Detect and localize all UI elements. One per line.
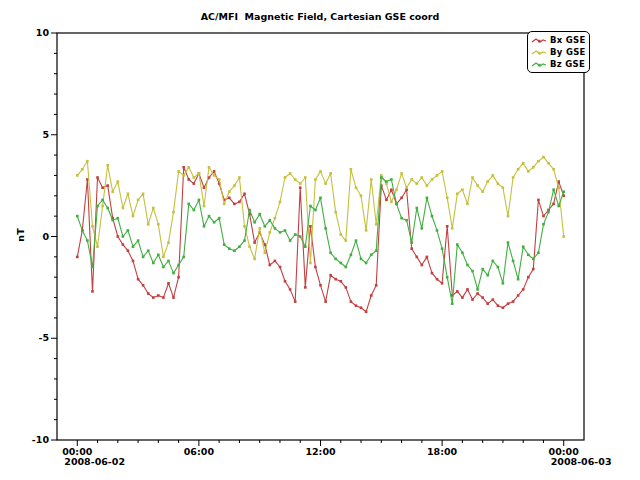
- data-point-marker: [319, 197, 322, 200]
- data-point-marker: [486, 302, 489, 305]
- data-point-marker: [557, 205, 560, 208]
- data-point-marker: [187, 203, 190, 206]
- x-tick-date-label: 2008-06-02: [64, 456, 125, 467]
- data-point-marker: [193, 209, 196, 212]
- data-point-marker: [552, 168, 555, 171]
- data-point-marker: [441, 282, 444, 285]
- series-line-bx-gse: [77, 167, 563, 311]
- data-point-marker: [314, 266, 317, 269]
- data-point-marker: [345, 286, 348, 289]
- data-point-marker: [162, 256, 165, 259]
- data-point-marker: [340, 262, 343, 265]
- legend-entry-bz: Bz GSE: [531, 58, 586, 70]
- x-tick-label: 18:00: [427, 446, 458, 457]
- data-point-marker: [243, 239, 246, 242]
- data-point-marker: [187, 178, 190, 181]
- data-point-marker: [345, 266, 348, 269]
- data-point-marker: [451, 302, 454, 305]
- data-point-marker: [228, 190, 231, 193]
- data-point-marker: [289, 239, 292, 242]
- data-point-marker: [81, 168, 84, 171]
- data-point-marker: [198, 172, 201, 175]
- data-point-marker: [517, 294, 520, 297]
- data-point-marker: [91, 225, 94, 228]
- data-point-marker: [481, 268, 484, 271]
- data-point-marker: [552, 188, 555, 191]
- data-point-marker: [299, 182, 302, 185]
- data-point-marker: [213, 170, 216, 173]
- data-point-marker: [223, 203, 226, 206]
- data-point-marker: [527, 276, 530, 279]
- data-point-marker: [284, 176, 287, 179]
- data-point-marker: [456, 193, 459, 196]
- data-point-marker: [512, 176, 515, 179]
- legend-entry-by: By GSE: [531, 46, 586, 58]
- data-point-marker: [375, 284, 378, 287]
- data-point-marker: [182, 166, 185, 169]
- data-point-marker: [365, 262, 368, 265]
- data-point-marker: [557, 186, 560, 189]
- data-point-marker: [101, 186, 104, 189]
- data-point-marker: [187, 166, 190, 169]
- data-point-marker: [502, 282, 505, 285]
- data-point-marker: [132, 215, 135, 218]
- data-point-marker: [314, 178, 317, 181]
- data-point-marker: [426, 256, 429, 259]
- y-tick-label: 10: [36, 27, 50, 38]
- data-point-marker: [274, 260, 277, 263]
- data-point-marker: [86, 239, 89, 242]
- data-point-marker: [461, 188, 464, 191]
- x-tick-label: 06:00: [184, 446, 215, 457]
- data-point-marker: [486, 274, 489, 277]
- data-point-marker: [547, 162, 550, 165]
- data-point-marker: [142, 256, 145, 259]
- x-tick-date-label: 2008-06-03: [551, 456, 612, 467]
- data-point-marker: [203, 225, 206, 228]
- data-point-marker: [258, 227, 261, 230]
- data-point-marker: [400, 197, 403, 200]
- data-point-marker: [243, 193, 246, 196]
- data-point-marker: [395, 188, 398, 191]
- data-point-marker: [355, 186, 358, 189]
- data-point-marker: [446, 276, 449, 279]
- data-point-marker: [122, 207, 125, 210]
- data-point-marker: [117, 235, 120, 238]
- data-point-marker: [365, 229, 368, 232]
- data-point-marker: [390, 201, 393, 204]
- data-point-marker: [91, 266, 94, 269]
- x-tick-label: 12:00: [305, 446, 336, 457]
- data-point-marker: [431, 272, 434, 275]
- data-point-marker: [228, 247, 231, 250]
- data-point-marker: [106, 207, 109, 210]
- data-point-marker: [410, 247, 413, 250]
- data-point-marker: [213, 221, 216, 224]
- legend-entry-bx: Bx GSE: [531, 34, 586, 46]
- data-point-marker: [486, 180, 489, 183]
- data-point-marker: [142, 193, 145, 196]
- data-point-marker: [466, 203, 469, 206]
- data-point-marker: [350, 168, 353, 171]
- data-point-marker: [91, 290, 94, 293]
- data-point-marker: [502, 186, 505, 189]
- data-point-marker: [314, 209, 317, 212]
- data-point-marker: [400, 217, 403, 220]
- data-point-marker: [233, 184, 236, 187]
- data-point-marker: [476, 184, 479, 187]
- data-point-marker: [111, 190, 114, 193]
- data-point-marker: [86, 160, 89, 163]
- data-point-marker: [137, 239, 140, 242]
- data-point-marker: [431, 178, 434, 181]
- data-point-marker: [117, 180, 120, 183]
- data-point-marker: [537, 252, 540, 255]
- data-point-marker: [400, 172, 403, 175]
- data-point-marker: [162, 296, 165, 299]
- data-point-marker: [147, 249, 150, 252]
- data-point-marker: [410, 178, 413, 181]
- data-point-marker: [507, 241, 510, 244]
- data-point-marker: [360, 258, 363, 261]
- data-point-marker: [355, 304, 358, 307]
- data-point-marker: [208, 215, 211, 218]
- data-point-marker: [101, 199, 104, 202]
- data-point-marker: [476, 288, 479, 291]
- data-point-marker: [471, 298, 474, 301]
